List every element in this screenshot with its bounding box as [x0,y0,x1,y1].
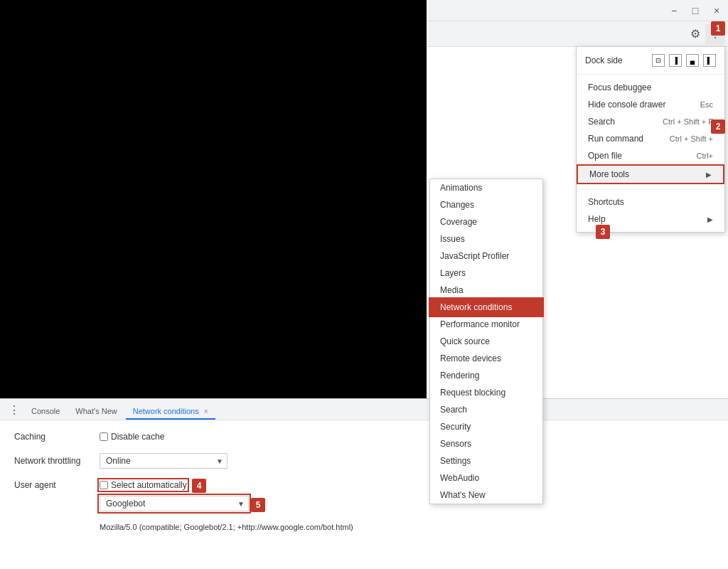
dock-side-section: Dock side ⊡ ▐ ▄ ▌ [577,47,724,75]
disable-cache-checkbox[interactable] [100,432,108,441]
network-throttling-label: Network throttling [14,456,100,466]
window-controls: − □ × [664,1,727,21]
submenu-whats-new[interactable]: What's New [430,486,542,504]
throttling-select[interactable]: Online [100,453,228,469]
tab-close-icon[interactable]: × [204,408,208,415]
throttling-select-control: Online ▼ [100,453,228,469]
submenu-remote-devices[interactable]: Remote devices [430,350,542,367]
submenu-webaudio[interactable]: WebAudio [430,469,542,486]
dock-bottom-icon[interactable]: ▄ [686,54,699,67]
submenu-js-profiler[interactable]: JavaScript Profiler [430,248,542,265]
menu-main-section: Focus debuggee Hide console drawer Esc S… [577,75,724,189]
dock-left-icon[interactable]: ▐ [669,54,682,67]
badge-5: 5 [251,498,265,512]
submenu-layers[interactable]: Layers [430,265,542,282]
devtools-titlebar: − □ × [427,0,728,21]
close-button[interactable]: × [707,1,727,21]
submenu-coverage[interactable]: Coverage [430,213,542,230]
submenu-issues[interactable]: Issues [430,230,542,248]
devtools-bottom-panel: ⋮ Console What's New Network conditions … [0,398,728,569]
select-automatically-checkbox[interactable] [100,481,108,489]
more-tools-item[interactable]: More tools ▶ [577,164,724,184]
devtools-toolbar: ⚙ ⋮ [427,21,728,47]
dock-side-label: Dock side [585,55,648,65]
submenu-sensors[interactable]: Sensors [430,435,542,452]
badge-3: 3 [596,225,610,239]
caching-control: Disable cache [100,432,164,442]
devtools-content-area: Caching Disable cache Network throttling… [0,420,728,543]
submenu-performance-monitor[interactable]: Performance monitor [430,316,542,333]
user-agent-label: User agent [14,480,100,490]
user-agent-select-control: Googlebot ▼ [100,496,249,511]
search-item[interactable]: Search Ctrl + Shift + F [577,113,724,130]
badge-1: 1 [711,21,725,36]
open-file-item[interactable]: Open file Ctrl+ [577,147,724,164]
devtools-tabs-bar: ⋮ Console What's New Network conditions … [0,399,728,420]
more-tools-submenu: Animations Changes Coverage Issues JavaS… [429,179,543,504]
user-agent-dropdown-row: Googlebot ▼ [100,496,714,511]
user-agent-control: Select automatically [100,480,187,490]
devtools-dropdown-menu: Dock side ⊡ ▐ ▄ ▌ Focus debuggee Hide co… [576,46,725,233]
tab-network-conditions[interactable]: Network conditions × [126,404,215,420]
caching-label: Caching [14,432,100,442]
badge-4: 4 [192,479,206,493]
settings-button[interactable]: ⚙ [685,24,705,44]
tab-whats-new[interactable]: What's New [68,404,124,420]
ua-string-display: Mozilla/5.0 (compatible; Googlebot/2.1; … [100,523,714,531]
submenu-search[interactable]: Search [430,401,542,418]
submenu-request-blocking[interactable]: Request blocking [430,384,542,401]
submenu-animations[interactable]: Animations [430,179,542,196]
focus-debuggee-item[interactable]: Focus debuggee [577,79,724,96]
tab-options-icon[interactable]: ⋮ [4,403,24,420]
run-command-item[interactable]: Run command Ctrl + Shift + [577,130,724,147]
user-agent-row: User agent Select automatically [14,480,714,490]
more-tools-arrow: ▶ [706,171,712,179]
tab-console[interactable]: Console [24,404,67,420]
dock-side-row: Dock side ⊡ ▐ ▄ ▌ [577,51,724,70]
disable-cache-label[interactable]: Disable cache [100,432,164,442]
maximize-button[interactable]: □ [685,1,705,21]
submenu-network-conditions[interactable]: Network conditions [430,299,542,316]
network-throttling-row: Network throttling Online ▼ [14,453,714,469]
submenu-media[interactable]: Media [430,282,542,299]
caching-row: Caching Disable cache [14,432,714,442]
submenu-security[interactable]: Security [430,418,542,435]
browser-content [0,0,427,398]
hide-console-item[interactable]: Hide console drawer Esc [577,96,724,113]
submenu-settings[interactable]: Settings [430,452,542,469]
user-agent-select[interactable]: Googlebot [100,496,249,511]
minimize-button[interactable]: − [664,1,684,21]
select-automatically-label[interactable]: Select automatically [100,480,187,490]
submenu-rendering[interactable]: Rendering [430,367,542,384]
submenu-changes[interactable]: Changes [430,196,542,213]
shortcuts-item[interactable]: Shortcuts [577,193,724,211]
dock-right-icon[interactable]: ▌ [703,54,716,67]
help-arrow: ▶ [707,216,713,223]
dock-undock-icon[interactable]: ⊡ [652,54,665,67]
submenu-quick-source[interactable]: Quick source [430,333,542,350]
badge-2: 2 [711,119,725,134]
